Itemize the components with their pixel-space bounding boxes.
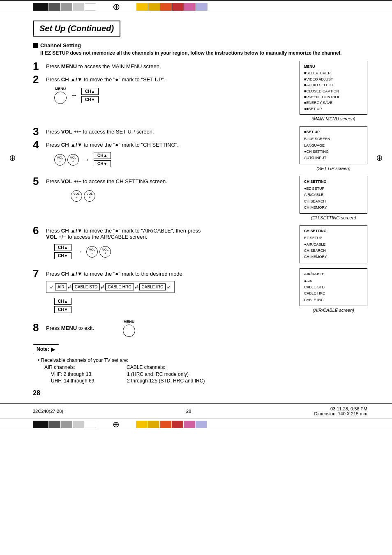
vol-plus-btn-6: VOL+: [99, 246, 111, 258]
setup-screen-container: ■SET UP BLUE SCREEN LANGUAGE ●CH SETTING…: [300, 126, 367, 170]
step-5-text: Press VOL +/− to access the CH SETTING s…: [46, 178, 167, 184]
cycle-arrow-2: ⇄: [101, 284, 104, 290]
steps-1-2-left: 1 Press MENU to access the MAIN MENU scr…: [33, 61, 293, 121]
step-2: 2 Press CH ▲/▼ to move the "●" mark to "…: [33, 74, 293, 104]
btm-color-lgray: [73, 421, 84, 428]
step-1-number: 1: [33, 61, 46, 71]
bottom-right-strip: [136, 421, 207, 428]
footer: 32C240(27-28) 28 03.11.28, 0:56 PM Dimen…: [0, 403, 392, 419]
btm-color-dgray: [49, 421, 60, 428]
color-gold: [148, 3, 160, 11]
main-menu-item-3: ■AUDIO SELECT: [304, 82, 363, 88]
step-5-content: Press VOL +/− to access the CH SETTING s…: [46, 176, 167, 202]
ch-setting2-title: CH SETTING: [304, 228, 363, 234]
note-line-1: • Receivable channels of your TV set are…: [38, 357, 367, 363]
step-6-left: 6 Press CH ▲/▼ to move the "●" mark to "…: [33, 225, 293, 263]
menu-btn-label: MENU: [55, 87, 66, 91]
ch-setting-item-4: CH MEMORY: [304, 205, 363, 211]
steps-3-4-left: 3 Press VOL +/− to access the SET UP scr…: [33, 126, 293, 170]
btm-color-white: [85, 421, 96, 428]
step-3-number: 3: [33, 126, 46, 137]
cha-up-btn-6: CH▲: [54, 244, 71, 251]
vol-minus-btn-4: VOL−: [54, 154, 66, 166]
arrow-4: →: [83, 156, 90, 164]
note-label: Note:: [37, 346, 49, 352]
main-menu-label: (MAIN MENU screen): [300, 116, 367, 121]
right-margin-crosshair: ⊕: [376, 153, 383, 163]
steps-3-4-container: 3 Press VOL +/− to access the SET UP scr…: [33, 126, 367, 170]
footer-right: 03.11.28, 0:56 PM Dimension: 140 X 215 m…: [314, 406, 367, 416]
cha-down-btn-6: CH▼: [54, 252, 71, 259]
cha-buttons: CH▲ CH▼: [81, 88, 99, 103]
ch-setting-screen2: CH SETTING EZ SETUP ●AIR/CABLE CH SEARCH…: [300, 225, 367, 263]
note-section: Note: ▶ • Receivable channels of your TV…: [33, 344, 367, 384]
air-cable-item-1: ●AIR: [304, 278, 363, 284]
btm-color-pink: [184, 421, 195, 428]
btm-color-gold: [148, 421, 159, 428]
note-cable-header: CABLE channels:: [127, 364, 165, 370]
section-subtitle: If EZ SETUP does not memorize all the ch…: [40, 50, 367, 56]
vol-plus-btn-5: VOL+: [84, 190, 95, 202]
btm-color-yellow: [136, 421, 148, 428]
step-2-number: 2: [33, 74, 46, 85]
arrow-6: →: [76, 248, 82, 256]
note-line-4: UHF: 14 through 69. 2 through 125 (STD, …: [51, 378, 367, 384]
btm-color-red: [172, 421, 183, 428]
main-menu-screen: MENU ■SLEEP TIMER ■VIDEO ADJUST ■AUDIO S…: [300, 61, 367, 115]
title-box: Set Up (Continued): [33, 21, 120, 37]
btm-color-lavender: [196, 421, 207, 428]
step-5: 5 Press VOL +/− to access the CH SETTING…: [33, 176, 293, 202]
step-3-content: Press VOL +/− to access the SET UP scree…: [46, 126, 154, 135]
step-7-diagram: CH▲ CH▼: [54, 298, 293, 313]
step-5-diagram: VOL− VOL+: [71, 190, 167, 202]
note-line-3: VHF: 2 through 13. 1 (HRC and IRC mode o…: [51, 371, 367, 377]
step-5-left: 5 Press VOL +/− to access the CH SETTING…: [33, 176, 293, 220]
note-cable-2: 2 through 125 (STD, HRC and IRC): [127, 378, 205, 384]
step-2-diagram: MENU → CH▲ CH▼: [54, 87, 166, 104]
cycle-arrow-3: ⇄: [135, 284, 138, 290]
ch-setting2-item-2: ●AIR/CABLE: [304, 242, 363, 248]
color-white: [85, 3, 96, 11]
note-arrow-icon: ▶: [51, 346, 55, 352]
step-7-number: 7: [33, 268, 46, 279]
cable-irc-box: CABLE IRC: [139, 283, 166, 290]
step-6-diagram: CH▲ CH▼ → VOL− VOL+: [54, 244, 201, 259]
cable-std-box: CABLE STD: [72, 283, 100, 290]
step-7-content: Press CH ▲/▼ to move the "●" mark to the…: [46, 268, 293, 313]
step-7-left: 7 Press CH ▲/▼ to move the "●" mark to t…: [33, 268, 293, 313]
step-8-text: Press MENU to exit.: [46, 325, 94, 331]
cha-down-btn: CH▼: [81, 96, 99, 103]
ch-setting-item-3: CH SEARCH: [304, 198, 363, 205]
footer-dimension: Dimension: 140 X 215 mm: [314, 411, 367, 416]
menu-circle-btn: [54, 92, 67, 104]
top-color-bar: ⊕: [0, 0, 392, 13]
setup-screen-title: ■SET UP: [304, 129, 363, 135]
section-header: Channel Setting: [33, 42, 367, 48]
color-darkgray: [49, 3, 60, 11]
air-cable-screen: AIR/CABLE ●AIR CABLE STD CABLE HRC CABLE…: [300, 268, 367, 306]
air-cable-title: AIR/CABLE: [304, 271, 363, 277]
step-7: 7 Press CH ▲/▼ to move the "●" mark to t…: [33, 268, 293, 313]
step-4-diagram: VOL− VOL+ → CH▲ CH▼: [54, 152, 179, 167]
cha-down-btn-7: CH▼: [54, 306, 71, 313]
ch-setting-screen2-container: CH SETTING EZ SETUP ●AIR/CABLE CH SEARCH…: [300, 225, 367, 263]
step-2-text: Press CH ▲/▼ to move the "●" mark to "SE…: [46, 76, 166, 83]
color-lightgray: [73, 3, 84, 11]
setup-item-3: ●CH SETTING: [304, 149, 363, 155]
step-8-number: 8: [33, 322, 46, 333]
setup-screen: ■SET UP BLUE SCREEN LANGUAGE ●CH SETTING…: [300, 126, 367, 164]
cable-cycling-diagram: ↙ AIR ⇄ CABLE STD ⇄ CABLE HRC ⇄ CABLE IR…: [46, 281, 175, 293]
step-3-text: Press VOL +/− to access the SET UP scree…: [46, 129, 154, 135]
footer-left: 32C240(27-28): [33, 409, 63, 414]
air-cable-item-3: CABLE HRC: [304, 290, 363, 297]
bottom-color-bar: ⊕: [0, 419, 392, 430]
step-6-number: 6: [33, 225, 46, 236]
cha-up-btn-7: CH▲: [54, 298, 71, 305]
ch-setting-item-1: ●EZ SETUP: [304, 186, 363, 192]
vol-minus-btn-5: VOL−: [71, 190, 82, 202]
page-container: ⊕ ⊕ Set Up (Continued) Channel Setting I…: [0, 13, 392, 403]
ch-setting2-item-3: CH SEARCH: [304, 248, 363, 254]
step-6: 6 Press CH ▲/▼ to move the "●" mark to "…: [33, 225, 293, 259]
cycle-right-arrow: ↙: [167, 284, 171, 290]
note-uhf: UHF: 14 through 69.: [51, 378, 127, 384]
